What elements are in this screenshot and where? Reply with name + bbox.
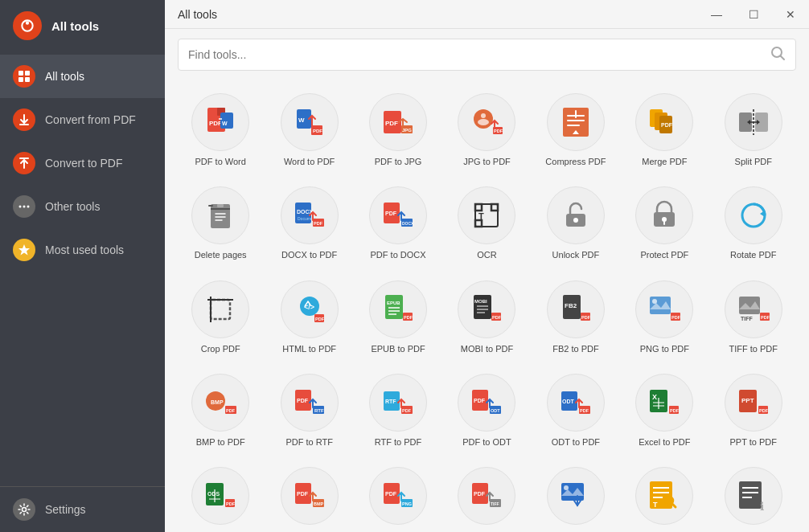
titlebar: All tools — ☐ ✕: [165, 0, 809, 29]
tool-label-epub-to-pdf: EPUB to PDF: [371, 343, 425, 354]
tool-png-to-pdf[interactable]: PDFPNG to PDF: [622, 274, 707, 361]
sidebar-item-all-tools[interactable]: All tools: [0, 55, 165, 98]
svg-rect-62: [475, 220, 482, 227]
page-title: All tools: [165, 8, 217, 21]
sidebar: All tools All tools Convert from PDF: [0, 0, 165, 532]
tool-rtf-to-pdf[interactable]: RTFPDFRTF to PDF: [355, 367, 441, 454]
svg-text:PDF: PDF: [314, 221, 323, 226]
svg-point-8: [19, 206, 22, 208]
tool-pdf-to-docx[interactable]: PDFDOCXPDF to DOCX: [355, 180, 441, 267]
search-icon: [770, 45, 786, 65]
svg-text:ODT: ODT: [562, 399, 575, 404]
tool-icon-split-pdf: [725, 93, 782, 151]
tool-icon-extract-images: [547, 467, 605, 525]
tool-ods-to-pdf[interactable]: ODSPDFODS to PDF: [178, 460, 263, 532]
tool-jpg-to-pdf[interactable]: PDFJPG to PDF: [444, 87, 529, 174]
svg-rect-43: [211, 204, 230, 228]
tool-edit-metadata[interactable]: ℹEdit metadata: [711, 460, 796, 532]
svg-text:MOBI: MOBI: [474, 299, 487, 304]
logo-icon: [13, 11, 42, 40]
svg-text:T: T: [653, 501, 658, 509]
tool-icon-pdf-to-odt: PDFODT: [458, 374, 515, 432]
svg-text:TIFF: TIFF: [741, 316, 753, 321]
tool-crop-pdf[interactable]: Crop PDF: [178, 274, 263, 361]
tool-ocr[interactable]: TOCR: [444, 180, 529, 267]
sidebar-item-most-used-tools[interactable]: Most used tools: [0, 228, 165, 272]
tool-protect-pdf[interactable]: Protect PDF: [622, 180, 707, 267]
tool-ppt-to-pdf[interactable]: PPTPDFPPT to PDF: [711, 367, 796, 454]
tool-delete-pages[interactable]: Delete pages: [178, 180, 263, 267]
tool-label-ppt-to-pdf: PPT to PDF: [730, 436, 777, 448]
tool-label-merge-pdf: Merge PDF: [642, 156, 687, 167]
svg-text:PDF: PDF: [404, 315, 413, 320]
tool-label-png-to-pdf: PNG to PDF: [640, 343, 689, 354]
tool-icon-ods-to-pdf: ODSPDF: [191, 467, 249, 525]
app-logo: All tools: [0, 0, 165, 51]
svg-rect-78: [385, 295, 403, 319]
tool-icon-odt-to-pdf: ODTPDF: [547, 374, 605, 432]
tool-pdf-to-bmp[interactable]: PDFBMPPDF to BMP: [266, 460, 351, 532]
svg-rect-60: [475, 204, 482, 211]
tool-label-html-to-pdf: HTML to PDF: [282, 343, 336, 354]
svg-text:PDF: PDF: [209, 120, 222, 127]
tool-epub-to-pdf[interactable]: EPUBPDFEPUB to PDF: [355, 274, 441, 361]
svg-text:W: W: [222, 121, 228, 126]
svg-text:ℹ: ℹ: [760, 500, 764, 513]
tool-label-pdf-to-odt: PDF to ODT: [462, 436, 511, 448]
minimize-button[interactable]: —: [698, 0, 735, 29]
all-tools-label: All tools: [45, 70, 84, 83]
svg-text:X: X: [652, 393, 657, 401]
svg-text:PDF: PDF: [670, 408, 680, 413]
tool-icon-protect-pdf: [635, 186, 693, 244]
svg-text:PDF: PDF: [671, 315, 681, 320]
tool-split-pdf[interactable]: Split PDF: [711, 87, 796, 174]
tool-pdf-to-png[interactable]: PDFPNGPDF to PNG: [355, 460, 441, 532]
tool-label-fb2-to-pdf: FB2 to PDF: [552, 343, 598, 354]
maximize-button[interactable]: ☐: [735, 0, 772, 29]
svg-rect-46: [217, 204, 224, 207]
svg-marker-70: [760, 211, 765, 217]
svg-point-30: [478, 119, 489, 125]
tool-extract-images[interactable]: Extract images: [533, 460, 618, 532]
svg-text:PDF: PDF: [385, 211, 397, 216]
tool-unlock-pdf[interactable]: Unlock PDF: [533, 180, 618, 267]
tool-pdf-to-word[interactable]: PDFWPDF to Word: [178, 87, 263, 174]
tool-word-to-pdf[interactable]: WPDFWord to PDF: [266, 87, 351, 174]
close-button[interactable]: ✕: [772, 0, 809, 29]
tool-icon-pdf-to-rtf: PDFRTF: [281, 374, 339, 432]
svg-point-98: [652, 299, 657, 304]
tool-label-pdf-to-docx: PDF to DOCX: [371, 249, 426, 260]
grid-icon: [13, 65, 35, 88]
tool-label-mobi-to-pdf: MOBI to PDF: [461, 343, 513, 354]
svg-text:FB2: FB2: [565, 302, 577, 309]
sidebar-item-other-tools[interactable]: Other tools: [0, 185, 165, 228]
tool-bmp-to-pdf[interactable]: BMPPDFBMP to PDF: [178, 367, 263, 454]
tool-fb2-to-pdf[interactable]: FB2PDFFB2 to PDF: [533, 274, 618, 361]
tool-extract-text[interactable]: TExtract text: [622, 460, 707, 532]
tool-pdf-to-jpg[interactable]: PDFJPGPDF to JPG: [355, 87, 441, 174]
svg-text:PDF: PDF: [759, 408, 769, 413]
search-input[interactable]: [188, 48, 770, 61]
tool-pdf-to-rtf[interactable]: PDFRTFPDF to RTF: [266, 367, 351, 454]
tool-html-to-pdf[interactable]: </>PDFHTML to PDF: [266, 274, 351, 361]
svg-rect-5: [25, 77, 30, 82]
tool-pdf-to-odt[interactable]: PDFODTPDF to ODT: [444, 367, 529, 454]
tool-icon-pdf-to-png: PDFPNG: [369, 467, 427, 525]
tool-label-tiff-to-pdf: TIFF to PDF: [729, 343, 778, 354]
other-tools-label: Other tools: [45, 200, 100, 213]
tool-tiff-to-pdf[interactable]: TIFFPDFTIFF to PDF: [711, 274, 796, 361]
svg-text:PDF: PDF: [402, 408, 412, 413]
svg-text:TIFF: TIFF: [491, 501, 499, 506]
tool-merge-pdf[interactable]: PDFMerge PDF: [622, 87, 707, 174]
sidebar-item-convert-to-pdf[interactable]: Convert to PDF: [0, 141, 165, 185]
tool-docx-to-pdf[interactable]: DOCXDocumentPDFDOCX to PDF: [266, 180, 351, 267]
tool-rotate-pdf[interactable]: Rotate PDF: [711, 180, 796, 267]
tool-compress-pdf[interactable]: Compress PDF: [533, 87, 618, 174]
settings-item[interactable]: Settings: [13, 498, 152, 521]
tool-odt-to-pdf[interactable]: ODTPDFODT to PDF: [533, 367, 618, 454]
tool-excel-to-pdf[interactable]: XPDFExcel to PDF: [622, 367, 707, 454]
tool-mobi-to-pdf[interactable]: MOBIPDFMOBI to PDF: [444, 274, 529, 361]
tool-icon-ocr: T: [458, 186, 515, 244]
tool-pdf-to-tiff[interactable]: PDFTIFFPDF to TIFF: [444, 460, 529, 532]
sidebar-item-convert-from-pdf[interactable]: Convert from PDF: [0, 98, 165, 141]
